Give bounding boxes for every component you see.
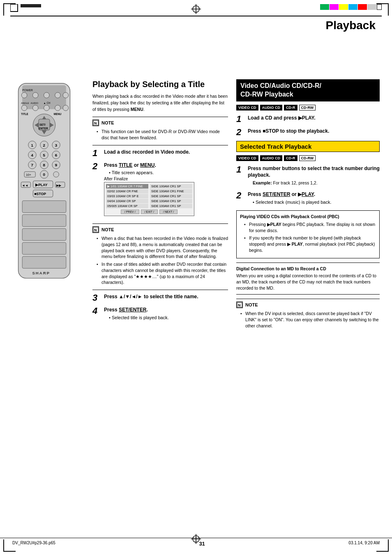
section-intro: When playing back a disc recorded in the…	[92, 93, 228, 113]
pbc-item1: Pressing PLAY begins PBC playback. Time …	[243, 221, 376, 233]
svg-point-16	[21, 105, 27, 111]
digital-text: When you are using a digital connection …	[236, 273, 380, 291]
page-title: Playback	[326, 19, 376, 32]
menu-screen-mockup: ▶ 1/01 100AM CR 7 FINE SIDE 100AM CR1 SP…	[104, 182, 194, 216]
svg-text:▶PLAY: ▶PLAY	[35, 183, 48, 187]
svg-text:ENTER: ENTER	[39, 127, 48, 130]
svg-text:8: 8	[43, 163, 46, 167]
menu-row2: 02/02 100AM CR FNE SIDE 100AM CR1 FINE	[106, 189, 192, 193]
svg-text:1: 1	[31, 143, 34, 147]
svg-text:SHARP: SHARP	[32, 271, 50, 275]
note2-icon: N	[92, 226, 99, 233]
svg-rect-0	[10, 4, 18, 12]
color-bar-cyan	[348, 4, 357, 10]
menu-row3: 03/03 100AM CR SP E SIDE 100AM CR1 SP	[106, 194, 192, 198]
right-section: Video CD/Audio CD/CD-R/ CD-RW Playback V…	[236, 79, 380, 333]
svg-text:MENU: MENU	[54, 113, 62, 115]
menu-cell: SIDE 100AM CR1 SP	[150, 194, 192, 198]
badge-cdr: CD-R	[284, 105, 297, 111]
svg-text:2: 2	[43, 143, 45, 147]
badge-cdr2: CD-R	[284, 155, 297, 161]
svg-text:AUDIO: AUDIO	[31, 102, 39, 104]
svg-text:N: N	[238, 303, 241, 307]
top-step1-text: Load a CD and press PLAY.	[248, 115, 380, 122]
header-left-marks	[10, 4, 47, 13]
digital-title: Digital Connection to an MD to Record a …	[236, 266, 380, 271]
svg-point-10	[44, 92, 50, 98]
color-bar-gray	[367, 4, 376, 10]
color-bar-red	[358, 4, 367, 10]
step2-number: 2	[92, 162, 101, 171]
svg-point-18	[44, 105, 50, 111]
top-step2-number: 2	[236, 128, 244, 137]
note2-list: When a disc that has been recorded in th…	[96, 235, 228, 286]
step1-text: Load a disc recorded in Video mode.	[104, 149, 228, 156]
step4: 4 Press SET/ENTER. • Selected title is p…	[92, 306, 228, 322]
top-step1-content: Load a CD and press PLAY.	[248, 115, 380, 123]
note3-header: N NOTE	[236, 302, 380, 308]
note2-item2: In the case of titles added with another…	[96, 261, 228, 286]
divider1	[92, 145, 228, 145]
color-bar-white	[377, 4, 382, 10]
left-section: Playback by Selecting a Title When playi…	[92, 79, 228, 333]
step3-number: 3	[92, 293, 101, 302]
note1-list: This function can be used for DVD-R or D…	[96, 129, 228, 140]
svg-point-11	[55, 92, 61, 98]
track-step2: 2 Press SET/ENTER or PLAY. • Selected tr…	[236, 191, 380, 206]
svg-text:■STOP: ■STOP	[34, 192, 46, 196]
step3-text: Press ▲/▼/◄/► to select the title name.	[104, 293, 228, 300]
digital-box: Digital Connection to an MD to Record a …	[236, 263, 380, 295]
track-step1: 1 Press number buttons to select the tra…	[236, 165, 380, 187]
after-finalize-label: After Finalize	[104, 177, 228, 181]
header	[0, 0, 392, 13]
note1-header: N NOTE	[92, 120, 228, 126]
reg-mark-bottom	[191, 534, 201, 545]
step1: 1 Load a disc recorded in Video mode.	[92, 149, 228, 158]
top-disc-badges: VIDEO CD AUDIO CD CD-R CD-RW	[236, 105, 380, 111]
note1-item: This function can be used for DVD-R or D…	[96, 129, 228, 140]
note1-icon: N	[92, 120, 99, 126]
note2-header: N NOTE	[92, 226, 228, 233]
next-btn: / NEXT /	[159, 210, 178, 214]
svg-text:POWER: POWER	[22, 89, 33, 92]
top-divider	[10, 16, 382, 16]
menu-cell: SIDE 100AM CR1 SP	[150, 184, 192, 189]
badge-cdrw2: CD-RW	[299, 155, 316, 161]
menu-row1: ▶ 1/01 100AM CR 7 FINE SIDE 100AM CR1 SP	[106, 184, 192, 189]
svg-rect-65	[22, 242, 66, 254]
svg-text:10+: 10+	[26, 173, 32, 177]
step4-text: Press SET/ENTER.	[104, 306, 228, 313]
selected-disc-badges: VIDEO CD AUDIO CD CD-R CD-RW	[236, 155, 380, 161]
track-step1-content: Press number buttons to select the track…	[248, 165, 380, 187]
menu-cell: 05/005 100AM CR SP	[106, 204, 148, 208]
svg-rect-1	[21, 4, 41, 7]
track-step1-example: Example: For track 12, press 1,2.	[253, 180, 380, 185]
svg-text:5: 5	[43, 153, 46, 157]
svg-point-19	[55, 105, 61, 111]
divider2	[92, 290, 228, 290]
svg-text:0: 0	[43, 172, 45, 177]
svg-rect-64	[22, 228, 66, 240]
svg-text:SET/: SET/	[39, 123, 46, 126]
color-bars	[320, 4, 382, 10]
registration-cross	[191, 4, 201, 15]
svg-point-9	[32, 92, 38, 98]
menu-cell: SIDE 100AM CR1 SP	[150, 199, 192, 203]
menu-row5: 05/005 100AM CR SP SIDE 100AM CR1 SP	[106, 204, 192, 208]
note2: N NOTE When a disc that has been recorde…	[92, 223, 228, 286]
svg-text:▶▶: ▶▶	[56, 184, 62, 187]
note1: N NOTE This function can be used for DVD…	[92, 117, 228, 140]
svg-text:3: 3	[55, 143, 58, 147]
exit-btn: / EXIT /	[141, 210, 158, 214]
menu-cell: 02/02 100AM CR FNE	[106, 189, 148, 193]
badge-cdrw: CD-RW	[299, 105, 316, 111]
track-step2-content: Press SET/ENTER or PLAY. • Selected trac…	[248, 191, 380, 206]
svg-rect-62	[22, 200, 66, 212]
step3-content: Press ▲/▼/◄/► to select the title name.	[104, 293, 228, 302]
menu-row4: 04/04 100AM CR SP SIDE 100AM CR1 SP	[106, 199, 192, 203]
page-title-area: Playback	[0, 19, 392, 32]
menu-cell: SIDE 100AM CR1 FINE	[150, 189, 192, 193]
footer-date: 03.1.14, 9:20 AM	[348, 541, 380, 547]
selected-track-title-box: Selected Track Playback	[236, 141, 380, 152]
svg-text:▲ CH: ▲ CH	[44, 101, 51, 104]
